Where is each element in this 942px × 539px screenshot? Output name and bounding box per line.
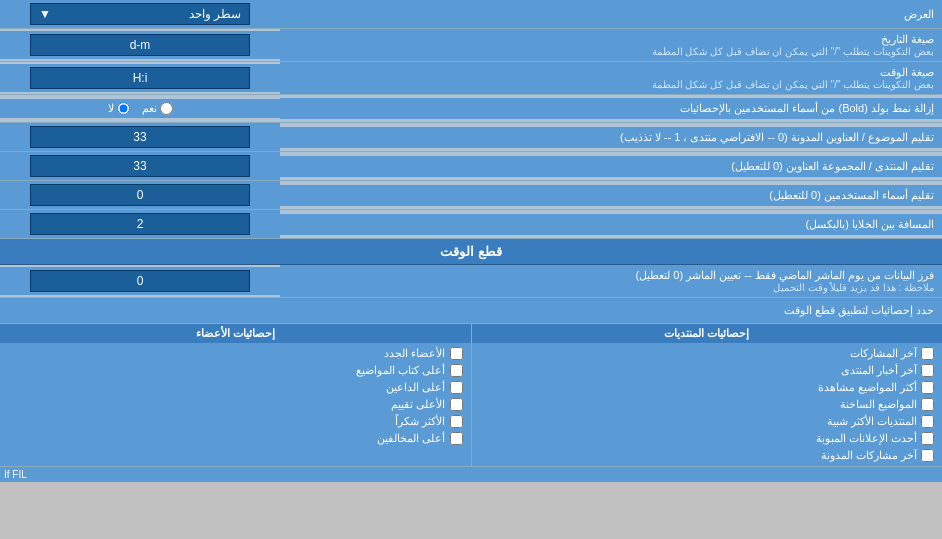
stats-members-cb-6[interactable] <box>450 432 463 445</box>
cell-spacing-row: المسافة بين الخلايا (بالبكسل) <box>0 210 942 239</box>
list-item: المواضيع الساخنة <box>476 396 939 413</box>
forum-group-align-row: تقليم المنتدى / المجموعة العناوين (0 للت… <box>0 152 942 181</box>
display-dropdown[interactable]: سطر واحد ▼ <box>30 3 250 25</box>
stats-posts-col: إحصائيات المنتديات آخر المشاركات آخر أخب… <box>471 324 943 466</box>
time-format-row: صيغة الوقت بعض التكوينات يتطلب "/" التي … <box>0 62 942 95</box>
date-format-label: صيغة التاريخ بعض التكوينات يتطلب "/" الت… <box>280 29 942 61</box>
forum-topic-align-input[interactable] <box>30 126 250 148</box>
stats-posts-cb-4[interactable] <box>921 398 934 411</box>
realtime-filter-input[interactable] <box>30 270 250 292</box>
bold-no-text: لا <box>108 102 114 115</box>
cell-spacing-input-cell <box>0 210 280 238</box>
cell-spacing-label: المسافة بين الخلايا (بالبكسل) <box>280 214 942 235</box>
date-format-input[interactable] <box>30 34 250 56</box>
user-names-trim-input-cell <box>0 181 280 209</box>
cell-spacing-input[interactable] <box>30 213 250 235</box>
user-names-trim-label: تقليم أسماء المستخدمين (0 للتعطيل) <box>280 185 942 206</box>
realtime-filter-input-cell <box>0 267 280 295</box>
stats-section: حدد إحصائيات لتطبيق قطع الوقت إحصائيات ا… <box>0 298 942 467</box>
stats-columns: إحصائيات المنتديات آخر المشاركات آخر أخب… <box>0 324 942 466</box>
stats-posts-cb-6[interactable] <box>921 432 934 445</box>
list-item: آخر مشاركات المدونة <box>476 447 939 464</box>
stats-members-cb-2[interactable] <box>450 364 463 377</box>
time-format-input-cell <box>0 64 280 92</box>
bold-remove-no-label[interactable]: لا <box>108 102 130 115</box>
bold-remove-yes-label[interactable]: نعم <box>142 102 173 115</box>
stats-members-header: إحصائيات الأعضاء <box>0 324 471 343</box>
realtime-section-header: قطع الوقت <box>0 239 942 265</box>
list-item: المنتديات الأكثر شبية <box>476 413 939 430</box>
footer-text: If FIL <box>4 469 27 480</box>
realtime-filter-row: فرز البيانات من يوم الماشر الماضي فقط --… <box>0 265 942 298</box>
forum-topic-align-input-cell <box>0 123 280 151</box>
forum-group-align-label: تقليم المنتدى / المجموعة العناوين (0 للت… <box>280 156 942 177</box>
date-format-input-cell <box>0 31 280 59</box>
dropdown-value: سطر واحد <box>189 7 241 21</box>
time-format-title: صيغة الوقت <box>288 66 934 79</box>
stats-posts-items: آخر المشاركات آخر أخبار المنتدى أكثر الم… <box>472 343 943 466</box>
stats-members-items: الأعضاء الجدد أعلى كتاب المواضيع أعلى ال… <box>0 343 471 449</box>
forum-topic-align-label: تقليم الموضوع / العناوين المدونة (0 -- ا… <box>280 127 942 148</box>
stats-members-cb-3[interactable] <box>450 381 463 394</box>
bold-remove-options: نعم لا <box>0 99 280 118</box>
dropdown-arrow-icon: ▼ <box>39 7 51 21</box>
list-item: أكثر المواضيع مشاهدة <box>476 379 939 396</box>
realtime-filter-title: فرز البيانات من يوم الماشر الماضي فقط --… <box>288 269 934 282</box>
time-format-input[interactable] <box>30 67 250 89</box>
time-format-label: صيغة الوقت بعض التكوينات يتطلب "/" التي … <box>280 62 942 94</box>
stats-posts-cb-7[interactable] <box>921 449 934 462</box>
display-input-cell: سطر واحد ▼ <box>0 0 280 28</box>
list-item: آخر المشاركات <box>476 345 939 362</box>
realtime-section-title: قطع الوقت <box>440 244 502 259</box>
list-item: أعلى الداعين <box>4 379 467 396</box>
date-format-sublabel: بعض التكوينات يتطلب "/" التي يمكن ان تضا… <box>288 46 934 57</box>
stats-posts-cb-3[interactable] <box>921 381 934 394</box>
bold-remove-label: إزالة نمط بولد (Bold) من أسماء المستخدمي… <box>280 98 942 119</box>
list-item: أعلى المخالفين <box>4 430 467 447</box>
stats-members-col: إحصائيات الأعضاء الأعضاء الجدد أعلى كتاب… <box>0 324 471 466</box>
display-row: العرض سطر واحد ▼ <box>0 0 942 29</box>
bold-remove-yes-radio[interactable] <box>160 102 173 115</box>
realtime-filter-label: فرز البيانات من يوم الماشر الماضي فقط --… <box>280 265 942 297</box>
stats-members-cb-1[interactable] <box>450 347 463 360</box>
stats-posts-cb-2[interactable] <box>921 364 934 377</box>
bold-yes-text: نعم <box>142 102 157 115</box>
stats-posts-cb-5[interactable] <box>921 415 934 428</box>
forum-group-align-input[interactable] <box>30 155 250 177</box>
forum-topic-align-row: تقليم الموضوع / العناوين المدونة (0 -- ا… <box>0 123 942 152</box>
list-item: الأعضاء الجدد <box>4 345 467 362</box>
stats-members-cb-5[interactable] <box>450 415 463 428</box>
date-format-title: صيغة التاريخ <box>288 33 934 46</box>
list-item: الأعلى تقييم <box>4 396 467 413</box>
date-format-row: صيغة التاريخ بعض التكوينات يتطلب "/" الت… <box>0 29 942 62</box>
stats-limit-label: حدد إحصائيات لتطبيق قطع الوقت <box>0 301 942 320</box>
time-format-sublabel: بعض التكوينات يتطلب "/" التي يمكن ان تضا… <box>288 79 934 90</box>
list-item: أحدث الإعلانات المبوبة <box>476 430 939 447</box>
stats-members-cb-4[interactable] <box>450 398 463 411</box>
realtime-filter-note: ملاحظة : هذا قد يزيد قليلاً وقت التحميل <box>288 282 934 293</box>
footer: If FIL <box>0 467 942 482</box>
display-label: العرض <box>280 5 942 24</box>
stats-posts-header: إحصائيات المنتديات <box>472 324 943 343</box>
list-item: الأكثر شكراً <box>4 413 467 430</box>
list-item: أعلى كتاب المواضيع <box>4 362 467 379</box>
bold-remove-row: إزالة نمط بولد (Bold) من أسماء المستخدمي… <box>0 95 942 123</box>
user-names-trim-input[interactable] <box>30 184 250 206</box>
user-names-trim-row: تقليم أسماء المستخدمين (0 للتعطيل) <box>0 181 942 210</box>
forum-group-align-input-cell <box>0 152 280 180</box>
stats-posts-cb-1[interactable] <box>921 347 934 360</box>
list-item: آخر أخبار المنتدى <box>476 362 939 379</box>
bold-remove-no-radio[interactable] <box>117 102 130 115</box>
